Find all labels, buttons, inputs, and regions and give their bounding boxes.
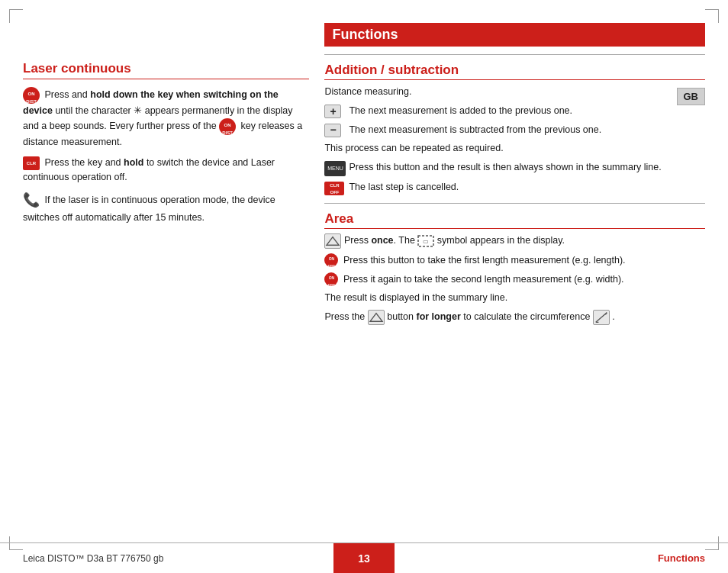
- clear-button-icon: CLROFF: [324, 181, 346, 195]
- svg-marker-0: [327, 237, 339, 245]
- area-section: Area Press once. The ▭: [324, 211, 705, 325]
- corner-tl: [9, 9, 23, 23]
- area-result: The result is displayed in the summary l…: [324, 291, 705, 305]
- area-longer-icon: [368, 311, 387, 322]
- area-title: Area: [324, 211, 705, 229]
- clear-item: CLROFF The last step is cancelled.: [324, 180, 705, 195]
- plus-item: + The next measurement is added to the p…: [324, 104, 705, 119]
- menu-button-icon: MENU: [324, 161, 346, 176]
- divider-1: [324, 54, 705, 55]
- repeat-note: This process can be repeated as required…: [324, 141, 705, 156]
- svg-line-8: [605, 313, 607, 315]
- right-column: Functions Addition / subtraction Distanc…: [324, 23, 705, 535]
- laser-para3: 📞 If the laser is in continuous operatio…: [23, 190, 309, 225]
- laser-para2: CLROFF Press the key and hold to switch …: [23, 156, 309, 185]
- footer-left-text: Leica DISTO™ D3a BT 776750 gb: [0, 553, 333, 564]
- main-content: Laser continuous ONDIST Press and hold d…: [23, 23, 705, 535]
- minus-text: The next measurement is subtracted from …: [349, 123, 601, 137]
- svg-text:▭: ▭: [423, 238, 429, 245]
- minus-button-icon: −: [324, 124, 346, 138]
- minus-item: − The next measurement is subtracted fro…: [324, 123, 705, 138]
- ondist-icon-3: ONDIST: [324, 253, 338, 267]
- svg-marker-4: [370, 314, 382, 322]
- clear-icon-1: CLROFF: [23, 156, 40, 170]
- area-para1: Press once. The ▭ symbol appears in the …: [324, 233, 705, 249]
- menu-text: Press this button and the result is then…: [349, 160, 661, 175]
- plus-text: The next measurement is added to the pre…: [349, 104, 572, 118]
- area-para3: ONDIST Press it again to take the second…: [324, 272, 705, 287]
- functions-header: Functions: [324, 23, 705, 47]
- corner-tr: [705, 9, 719, 23]
- left-column: Laser continuous ONDIST Press and hold d…: [23, 23, 309, 535]
- area-longer: Press the button for longer to calculate…: [324, 310, 705, 325]
- pencil-area-icon: [593, 311, 612, 322]
- plus-button-icon: +: [324, 105, 346, 119]
- ondist-icon-4: ONDIST: [324, 272, 338, 286]
- addition-subtraction-title: Addition / subtraction: [324, 63, 705, 80]
- laser-continuous-title: Laser continuous: [23, 61, 309, 79]
- clear-text: The last step is cancelled.: [349, 180, 459, 195]
- ondist-icon-2: ONDIST: [219, 118, 236, 135]
- svg-line-6: [596, 313, 607, 323]
- phone-icon: 📞: [23, 190, 40, 211]
- menu-item: MENU Press this button and the result is…: [324, 160, 705, 176]
- ondist-icon-1: ONDIST: [23, 87, 40, 104]
- distance-label: Distance measuring.: [324, 85, 705, 99]
- area-para2: ONDIST Press this button to take the fir…: [324, 253, 705, 268]
- laser-para1: ONDIST Press and hold down the key when …: [23, 87, 309, 150]
- area-symbol: ▭: [417, 235, 436, 246]
- footer-page-number: 13: [333, 543, 395, 574]
- footer-right-text: Functions: [395, 552, 728, 564]
- page: GB Laser continuous ONDIST Press and hol…: [0, 0, 728, 573]
- area-icon: [324, 235, 343, 246]
- footer: Leica DISTO™ D3a BT 776750 gb 13 Functio…: [0, 542, 728, 573]
- divider-2: [324, 203, 705, 204]
